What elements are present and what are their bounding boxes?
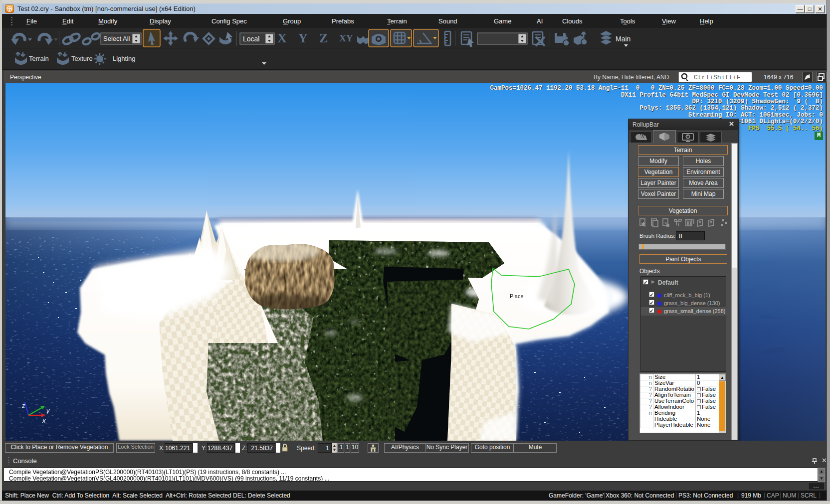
svg-text:XY: XY: [339, 33, 353, 43]
svg-text:Z: Z: [319, 31, 328, 45]
svg-text:X: X: [277, 31, 287, 45]
svg-text:Local: Local: [243, 35, 259, 43]
svg-text:Select All: Select All: [103, 35, 130, 42]
svg-text:z: z: [21, 402, 25, 409]
svg-text:Main: Main: [616, 35, 630, 43]
svg-text:Y: Y: [298, 31, 308, 45]
svg-text:Place: Place: [510, 293, 524, 299]
svg-text:x: x: [42, 417, 46, 424]
